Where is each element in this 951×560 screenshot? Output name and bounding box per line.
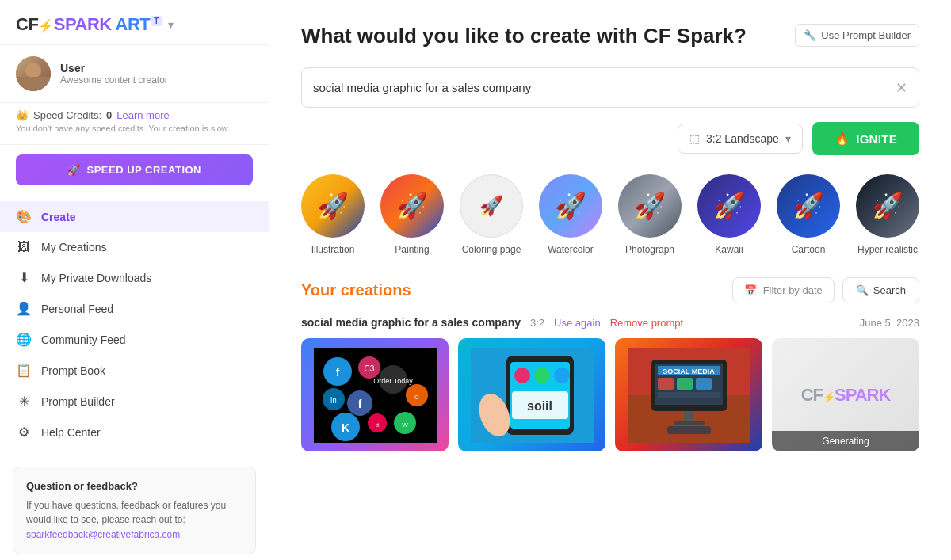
- generating-label: Generating: [772, 431, 919, 451]
- rocket-icon: 🚀: [634, 191, 666, 221]
- style-label-cartoon: Cartoon: [792, 244, 826, 255]
- style-item-hyper[interactable]: 🚀 Hyper realistic: [856, 174, 919, 255]
- sidebar-item-prompt-builder[interactable]: ✳ Prompt Builder: [0, 386, 269, 417]
- svg-text:f: f: [357, 398, 361, 410]
- learn-more-link[interactable]: Learn more: [116, 109, 169, 121]
- style-circle-coloring: 🚀: [460, 174, 523, 238]
- creations-header: Your creations 📅 Filter by date 🔍 Search: [301, 277, 919, 303]
- svg-text:in: in: [330, 396, 337, 405]
- aspect-ratio-icon: ⬚: [689, 132, 700, 145]
- sidebar-item-community-feed[interactable]: 🌐 Community Feed: [0, 324, 269, 355]
- rocket-icon: 🚀: [872, 191, 903, 221]
- logo-art: ART: [116, 14, 151, 34]
- help-icon: ⚙: [16, 425, 32, 440]
- sidebar-item-private-downloads[interactable]: ⬇ My Private Downloads: [0, 262, 269, 293]
- speed-up-label: SPEED UP CREATION: [86, 164, 201, 176]
- search-label: Search: [873, 284, 906, 296]
- style-label-coloring: Coloring page: [462, 244, 521, 255]
- wrench-icon: 🔧: [804, 29, 816, 41]
- creation-ratio: 3:2: [530, 317, 544, 329]
- search-icon: 🔍: [856, 284, 869, 296]
- style-row: 🚀 Illustration 🚀 Painting 🚀 Coloring pag…: [301, 174, 919, 255]
- image-card-4[interactable]: CF⚡SPARK Generating: [772, 338, 919, 451]
- sidebar-item-label: Prompt Builder: [41, 395, 115, 408]
- style-label-kawaii: Kawaii: [715, 244, 743, 255]
- sidebar-item-personal-feed[interactable]: 👤 Personal Feed: [0, 293, 269, 324]
- style-label-watercolor: Watercolor: [548, 244, 594, 255]
- credits-note: You don't have any speed credits. Your c…: [16, 124, 253, 133]
- avatar-image: [16, 56, 51, 91]
- filter-date-button[interactable]: 📅 Filter by date: [732, 277, 835, 303]
- sidebar-item-help-center[interactable]: ⚙ Help Center: [0, 417, 269, 448]
- style-item-watercolor[interactable]: 🚀 Watercolor: [539, 174, 602, 255]
- style-circle-photograph: 🚀: [618, 174, 682, 238]
- creation-prompt-row: social media graphic for a sales company…: [301, 316, 919, 329]
- svg-rect-40: [674, 421, 705, 425]
- feedback-title: Question or feedback?: [26, 480, 243, 492]
- builder-icon: ✳: [16, 394, 32, 409]
- logo-spark: SPARK: [54, 14, 112, 34]
- image-card-2[interactable]: soiil: [458, 338, 605, 451]
- svg-rect-37: [696, 378, 712, 390]
- download-icon: ⬇: [16, 270, 32, 285]
- svg-point-23: [534, 368, 550, 383]
- sidebar-item-my-creations[interactable]: 🖼 My Creations: [0, 232, 269, 262]
- sidebar-item-label: My Private Downloads: [41, 272, 151, 284]
- logo-badge: T: [151, 16, 162, 26]
- prompt-builder-button[interactable]: 🔧 Use Prompt Builder: [795, 24, 919, 47]
- prompt-input[interactable]: [313, 68, 896, 107]
- sidebar-item-label: Help Center: [41, 426, 101, 439]
- image-2: soiil: [458, 338, 605, 451]
- search-button[interactable]: 🔍 Search: [842, 277, 919, 303]
- book-icon: 📋: [16, 363, 32, 378]
- clear-icon[interactable]: ✕: [896, 79, 907, 97]
- image-card-1[interactable]: f C3 in f Order Today C K tt W: [301, 338, 449, 451]
- page-title: What would you like to create with CF Sp…: [301, 24, 747, 48]
- svg-rect-39: [684, 411, 694, 421]
- user-section: User Awesome content creator: [0, 45, 269, 103]
- feedback-email-link[interactable]: sparkfeedback@creativefabrica.com: [26, 529, 180, 540]
- style-item-painting[interactable]: 🚀 Painting: [380, 174, 444, 255]
- style-circle-illustration: 🚀: [301, 174, 365, 238]
- aspect-ratio-label: 3:2 Landscape: [706, 132, 779, 145]
- sidebar-header: CF⚡SPARK ARTT ▾: [0, 0, 269, 45]
- style-circle-cartoon: 🚀: [777, 174, 840, 238]
- speed-up-button[interactable]: 🚀 SPEED UP CREATION: [16, 154, 253, 185]
- sidebar-item-prompt-book[interactable]: 📋 Prompt Book: [0, 355, 269, 386]
- creations-title: Your creations: [301, 281, 411, 299]
- chevron-down-icon[interactable]: ▾: [168, 18, 174, 31]
- svg-text:Order Today: Order Today: [373, 377, 413, 385]
- sidebar-item-label: Create: [41, 211, 76, 223]
- creations-icon: 🖼: [16, 240, 32, 254]
- image-1: f C3 in f Order Today C K tt W: [301, 338, 449, 451]
- create-icon: 🎨: [16, 209, 32, 224]
- prompt-builder-label: Use Prompt Builder: [821, 29, 911, 41]
- ignite-button[interactable]: 🔥 IGNITE: [812, 122, 919, 155]
- svg-rect-35: [658, 378, 674, 390]
- sidebar: CF⚡SPARK ARTT ▾ User Awesome content cre…: [0, 0, 269, 560]
- user-info: User Awesome content creator: [60, 62, 168, 86]
- image-card-3[interactable]: SOCIAL MEDIA: [615, 338, 762, 451]
- style-circle-hyper: 🚀: [856, 174, 919, 238]
- calendar-icon: 📅: [744, 284, 757, 296]
- user-name: User: [60, 62, 168, 74]
- avatar: [16, 56, 51, 91]
- feedback-box: Question or feedback? If you have questi…: [13, 467, 256, 554]
- remove-prompt-button[interactable]: Remove prompt: [610, 317, 683, 329]
- sidebar-item-create[interactable]: 🎨 Create: [0, 201, 269, 232]
- style-item-illustration[interactable]: 🚀 Illustration: [301, 174, 365, 255]
- chevron-down-icon: ▾: [785, 132, 791, 145]
- style-item-photograph[interactable]: 🚀 Photograph: [618, 174, 682, 255]
- style-item-kawaii[interactable]: 🚀 Kawaii: [697, 174, 761, 255]
- style-item-cartoon[interactable]: 🚀 Cartoon: [777, 174, 840, 255]
- sidebar-item-label: Personal Feed: [41, 303, 113, 315]
- use-again-button[interactable]: Use again: [554, 317, 601, 329]
- credits-count: 0: [106, 109, 112, 121]
- user-tagline: Awesome content creator: [60, 74, 168, 86]
- style-label-hyper: Hyper realistic: [857, 244, 918, 255]
- style-item-coloring[interactable]: 🚀 Coloring page: [460, 174, 523, 255]
- globe-icon: 🌐: [16, 332, 32, 347]
- svg-rect-28: [488, 403, 496, 423]
- flame-icon: 🔥: [835, 131, 850, 146]
- aspect-ratio-selector[interactable]: ⬚ 3:2 Landscape ▾: [678, 124, 803, 154]
